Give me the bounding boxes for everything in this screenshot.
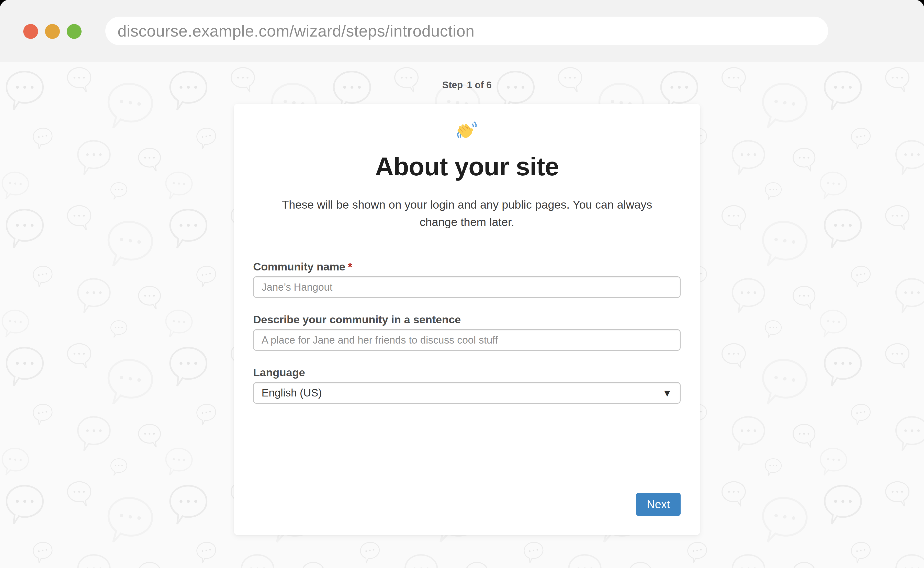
step-label: Step (442, 80, 463, 90)
step-indicator: Step1 of 6 (234, 80, 700, 91)
field-community-name: Community name* (253, 261, 681, 298)
language-select-value: English (US) (261, 387, 322, 399)
maximize-button[interactable] (67, 24, 82, 39)
url-text: discourse.example.com/wizard/steps/intro… (118, 22, 474, 40)
language-select[interactable]: English (US) ▼ (253, 382, 681, 403)
browser-window: discourse.example.com/wizard/steps/intro… (0, 0, 924, 568)
field-community-description: Describe your community in a sentence (253, 314, 681, 351)
language-label: Language (253, 367, 681, 378)
url-bar[interactable]: discourse.example.com/wizard/steps/intro… (105, 17, 828, 45)
community-name-label: Community name* (253, 261, 681, 272)
minimize-button[interactable] (45, 24, 60, 39)
community-description-label: Describe your community in a sentence (253, 314, 681, 325)
wizard-form: Community name* Describe your community … (253, 261, 681, 403)
window-controls (23, 24, 82, 39)
required-asterisk: * (348, 260, 352, 273)
page-title: About your site (234, 152, 700, 181)
close-button[interactable] (23, 24, 38, 39)
wizard-card: About your site These will be shown on y… (234, 104, 700, 535)
browser-chrome: discourse.example.com/wizard/steps/intro… (0, 0, 924, 62)
waving-hand-icon (456, 120, 479, 143)
field-language: Language English (US) ▼ (253, 367, 681, 403)
next-button[interactable]: Next (636, 493, 681, 516)
wizard-page: Step1 of 6 About you (0, 62, 924, 568)
step-progress: 1 of 6 (467, 80, 492, 90)
page-subtitle: These will be shown on your login and an… (268, 196, 667, 231)
chevron-down-icon: ▼ (664, 388, 670, 397)
community-description-input[interactable] (253, 329, 681, 351)
community-name-input[interactable] (253, 276, 681, 298)
